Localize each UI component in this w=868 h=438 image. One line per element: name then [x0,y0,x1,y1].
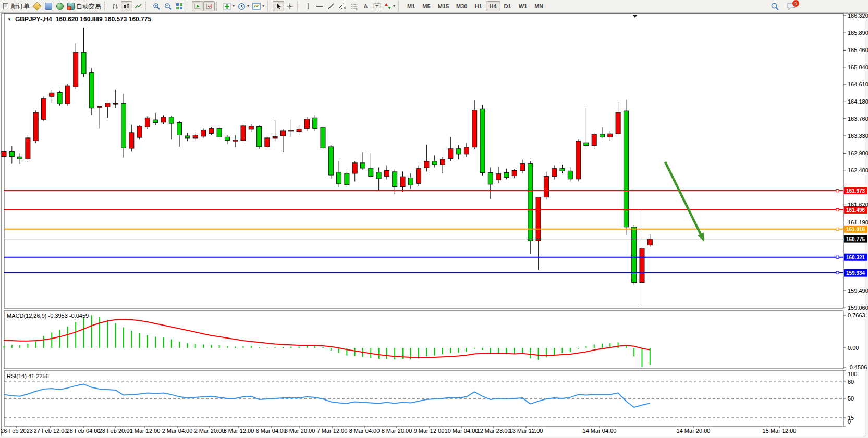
timeframe-m15-button[interactable]: M15 [434,1,453,11]
fibonacci-button[interactable]: F [348,1,360,11]
templates-button[interactable]: ▾ [251,1,266,11]
candle-down [376,172,381,179]
svg-text:E: E [344,7,346,10]
toolbar-separator [398,2,402,11]
candle-down [177,123,182,135]
candle-up [608,134,613,137]
chart-shift-button[interactable] [203,1,215,11]
date-axis-label: 26 Feb 2023 [1,428,33,434]
price-axis-label: 161.620 [848,202,868,208]
candlestick-chart-button[interactable] [121,1,132,11]
zoom-out-icon [164,3,172,10]
candle-up [97,107,102,108]
candle-up [512,171,517,176]
search-button[interactable] [769,1,781,11]
toolbar-separator [187,2,190,11]
line-chart-icon [135,3,142,10]
crosshair-button[interactable] [284,1,296,11]
candle-up [424,161,429,168]
candle-up [496,174,501,180]
hline-anchor[interactable] [836,228,839,230]
candle-up [647,239,652,245]
navigator-button[interactable] [54,1,66,11]
application-window: 新订单 自动交易 [0,0,868,438]
candle-down [584,143,589,145]
candle-up [65,86,70,104]
timeframe-m1-button[interactable]: M1 [404,1,419,11]
hline-anchor[interactable] [836,208,839,211]
cursor-button[interactable] [273,1,284,11]
date-axis-label: 10 Mar 04:00 [445,428,479,434]
price-pane[interactable] [4,14,843,308]
line-chart-button[interactable] [132,1,144,11]
candle-up [233,140,238,141]
new-order-button[interactable]: 新订单 [1,1,31,11]
candle-up [249,126,253,129]
timeframe-d1-button[interactable]: D1 [500,1,515,11]
periods-button[interactable]: ▾ [236,1,251,11]
indicators-button[interactable]: ▾ [222,1,236,11]
auto-scroll-button[interactable] [192,1,203,11]
chat-button[interactable]: 1 [785,1,798,11]
horizontal-line-button[interactable] [314,1,325,11]
candle-up [209,128,214,133]
macd-axis-label: 0.00 [848,345,859,351]
candle-down [393,172,397,187]
candle-up [241,126,246,141]
timeframe-mn-button[interactable]: MN [531,1,547,11]
timeframe-m5-button[interactable]: M5 [419,1,434,11]
market-watch-button[interactable] [31,1,43,11]
date-axis-label: 15 Mar 12:00 [763,428,797,434]
zoom-out-button[interactable] [162,1,174,11]
candle-up [448,149,453,159]
date-axis-label: 8 Mar 04:00 [349,428,380,434]
new-order-label: 新订单 [11,2,30,11]
chart-symbol-period: GBPJPY-,H4 [15,16,52,23]
zoom-in-icon [153,3,161,10]
candle-up [520,164,525,171]
hline-anchor[interactable] [836,271,839,274]
timeframe-m30-button[interactable]: M30 [453,1,471,11]
candle-down [9,151,14,156]
candle-down [361,163,365,168]
date-axis-label: 27 Feb 12:00 [34,428,68,434]
candle-down [121,103,126,148]
date-axis-label: 2 Mar 20:00 [194,428,225,434]
rsi-axis-label: 50 [848,395,854,402]
tile-windows-button[interactable] [174,1,185,11]
candle-down [632,227,637,283]
zoom-in-button[interactable] [151,1,162,11]
candle-down [169,117,174,123]
chat-badge: 1 [792,0,800,7]
chart-title: ▼ GBPJPY-,H4 160.620 160.889 160.573 160… [7,16,151,23]
auto-trading-button[interactable]: 自动交易 [66,1,103,11]
text-button[interactable]: A [360,1,371,11]
bar-chart-button[interactable] [109,1,121,11]
window-menu-icon[interactable]: ▼ [7,17,11,22]
candle-up [161,117,166,122]
auto-trading-label: 自动交易 [76,2,101,11]
price-axis-label: 164.180 [848,98,868,105]
timeframe-h1-button[interactable]: H1 [471,1,485,11]
date-axis-label: 14 Mar 04:00 [583,428,617,434]
chart-canvas[interactable]: 161.973161.496161.018160.775160.321159.9… [0,0,868,438]
vertical-line-button[interactable] [302,1,314,11]
macd-axis-label: 0.7663 [848,312,865,318]
timeframe-w1-button[interactable]: W1 [515,1,531,11]
price-axis-label: 166.320 [848,12,868,19]
timeframe-h4-button[interactable]: H4 [486,1,500,11]
date-axis-label: 6 Mar 20:00 [285,428,315,434]
equidistant-channel-button[interactable]: E [337,1,348,11]
rsi-axis-label: 80 [848,379,854,385]
date-axis-label: 28 Feb 04:00 [67,428,101,434]
hline-anchor[interactable] [836,256,839,258]
price-axis-label: 165.460 [848,47,868,53]
data-window-button[interactable] [43,1,54,11]
trendline-button[interactable] [325,1,337,11]
hline-anchor[interactable] [836,189,839,192]
candle-down [504,172,509,177]
text-label-button[interactable]: T [371,1,383,11]
toolbar-separator [145,2,149,11]
candle-up [592,134,596,146]
arrows-button[interactable]: ▾ [383,1,397,11]
